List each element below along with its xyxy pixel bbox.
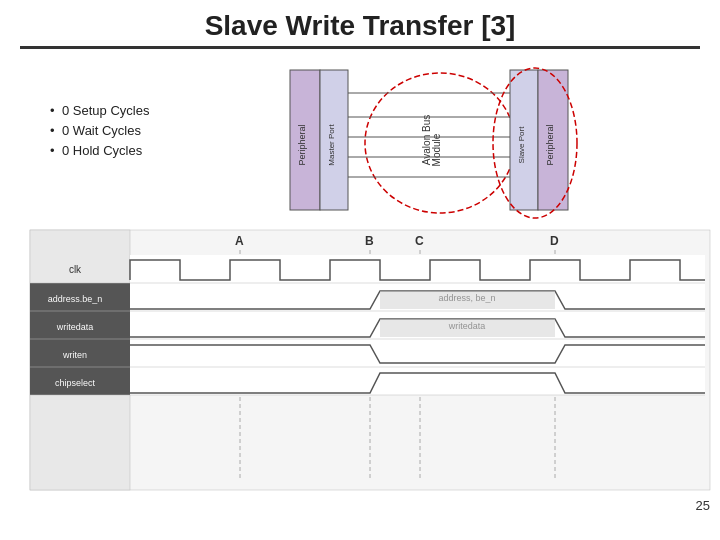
page-container: Slave Write Transfer [3] • 0 Setup Cycle… bbox=[0, 0, 720, 540]
title-section: Slave Write Transfer [3] bbox=[20, 10, 700, 49]
svg-text:B: B bbox=[365, 234, 374, 248]
svg-text:0 Wait Cycles: 0 Wait Cycles bbox=[62, 123, 141, 138]
svg-text:Master Port: Master Port bbox=[327, 124, 336, 166]
main-diagram: • 0 Setup Cycles • 0 Wait Cycles • 0 Hol… bbox=[20, 55, 720, 515]
svg-text:Slave Port: Slave Port bbox=[517, 126, 526, 164]
svg-text:Peripheral: Peripheral bbox=[297, 124, 307, 165]
svg-rect-55 bbox=[130, 367, 705, 395]
svg-text:0 Hold Cycles: 0 Hold Cycles bbox=[62, 143, 143, 158]
svg-text:D: D bbox=[550, 234, 559, 248]
page-number: 25 bbox=[696, 498, 710, 513]
svg-text:address.be_n: address.be_n bbox=[48, 294, 103, 304]
svg-text:•: • bbox=[50, 103, 55, 118]
svg-marker-44 bbox=[380, 291, 555, 309]
svg-text:•: • bbox=[50, 123, 55, 138]
page-title: Slave Write Transfer [3] bbox=[205, 10, 516, 41]
svg-text:0 Setup Cycles: 0 Setup Cycles bbox=[62, 103, 150, 118]
svg-text:•: • bbox=[50, 143, 55, 158]
svg-text:Module: Module bbox=[431, 133, 442, 166]
svg-text:A: A bbox=[235, 234, 244, 248]
svg-text:writen: writen bbox=[62, 350, 87, 360]
svg-text:chipselect: chipselect bbox=[55, 378, 96, 388]
svg-rect-39 bbox=[130, 255, 705, 283]
svg-text:C: C bbox=[415, 234, 424, 248]
svg-marker-49 bbox=[380, 319, 555, 337]
svg-text:writedata: writedata bbox=[56, 322, 94, 332]
svg-text:Peripheral: Peripheral bbox=[545, 124, 555, 165]
svg-text:clk: clk bbox=[69, 264, 82, 275]
